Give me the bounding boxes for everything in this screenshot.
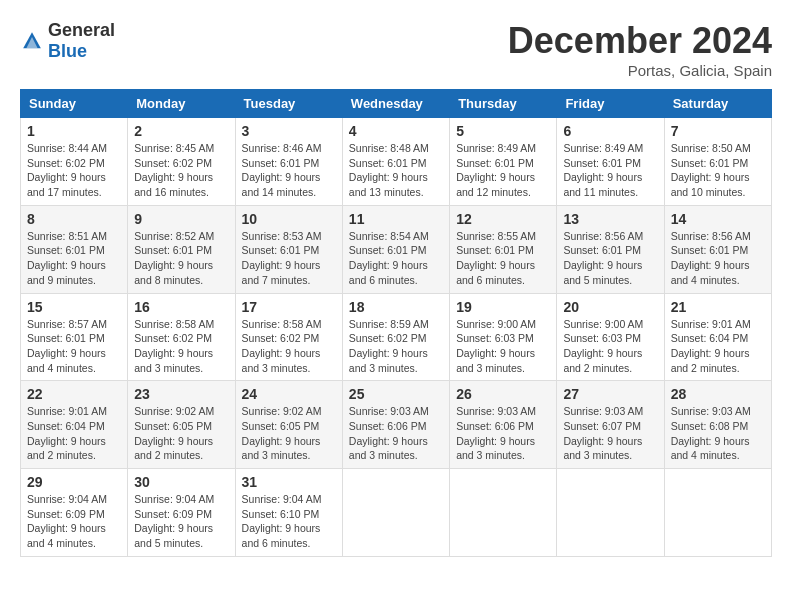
- weekday-header-monday: Monday: [128, 90, 235, 118]
- calendar-week-1: 1Sunrise: 8:44 AM Sunset: 6:02 PM Daylig…: [21, 118, 772, 206]
- day-info: Sunrise: 9:03 AM Sunset: 6:07 PM Dayligh…: [563, 404, 657, 463]
- day-info: Sunrise: 8:58 AM Sunset: 6:02 PM Dayligh…: [134, 317, 228, 376]
- day-info: Sunrise: 8:52 AM Sunset: 6:01 PM Dayligh…: [134, 229, 228, 288]
- day-number: 18: [349, 299, 443, 315]
- day-info: Sunrise: 8:57 AM Sunset: 6:01 PM Dayligh…: [27, 317, 121, 376]
- day-number: 17: [242, 299, 336, 315]
- day-info: Sunrise: 9:03 AM Sunset: 6:06 PM Dayligh…: [349, 404, 443, 463]
- calendar-body: 1Sunrise: 8:44 AM Sunset: 6:02 PM Daylig…: [21, 118, 772, 557]
- logo: General Blue: [20, 20, 115, 62]
- calendar-cell: [450, 469, 557, 557]
- day-info: Sunrise: 8:45 AM Sunset: 6:02 PM Dayligh…: [134, 141, 228, 200]
- day-info: Sunrise: 8:58 AM Sunset: 6:02 PM Dayligh…: [242, 317, 336, 376]
- month-title: December 2024: [508, 20, 772, 62]
- day-number: 24: [242, 386, 336, 402]
- day-info: Sunrise: 9:00 AM Sunset: 6:03 PM Dayligh…: [456, 317, 550, 376]
- calendar-cell: 23Sunrise: 9:02 AM Sunset: 6:05 PM Dayli…: [128, 381, 235, 469]
- calendar-cell: 2Sunrise: 8:45 AM Sunset: 6:02 PM Daylig…: [128, 118, 235, 206]
- day-info: Sunrise: 9:04 AM Sunset: 6:09 PM Dayligh…: [27, 492, 121, 551]
- day-info: Sunrise: 9:02 AM Sunset: 6:05 PM Dayligh…: [134, 404, 228, 463]
- day-info: Sunrise: 9:01 AM Sunset: 6:04 PM Dayligh…: [27, 404, 121, 463]
- day-number: 25: [349, 386, 443, 402]
- day-info: Sunrise: 9:02 AM Sunset: 6:05 PM Dayligh…: [242, 404, 336, 463]
- title-block: December 2024 Portas, Galicia, Spain: [508, 20, 772, 79]
- calendar-cell: 9Sunrise: 8:52 AM Sunset: 6:01 PM Daylig…: [128, 205, 235, 293]
- weekday-header-tuesday: Tuesday: [235, 90, 342, 118]
- calendar-cell: 29Sunrise: 9:04 AM Sunset: 6:09 PM Dayli…: [21, 469, 128, 557]
- day-info: Sunrise: 8:44 AM Sunset: 6:02 PM Dayligh…: [27, 141, 121, 200]
- calendar-cell: 25Sunrise: 9:03 AM Sunset: 6:06 PM Dayli…: [342, 381, 449, 469]
- day-info: Sunrise: 8:54 AM Sunset: 6:01 PM Dayligh…: [349, 229, 443, 288]
- calendar-cell: [664, 469, 771, 557]
- day-number: 28: [671, 386, 765, 402]
- calendar-cell: 26Sunrise: 9:03 AM Sunset: 6:06 PM Dayli…: [450, 381, 557, 469]
- calendar-week-5: 29Sunrise: 9:04 AM Sunset: 6:09 PM Dayli…: [21, 469, 772, 557]
- day-number: 21: [671, 299, 765, 315]
- day-info: Sunrise: 9:03 AM Sunset: 6:08 PM Dayligh…: [671, 404, 765, 463]
- calendar-cell: 7Sunrise: 8:50 AM Sunset: 6:01 PM Daylig…: [664, 118, 771, 206]
- day-number: 13: [563, 211, 657, 227]
- calendar-cell: 30Sunrise: 9:04 AM Sunset: 6:09 PM Dayli…: [128, 469, 235, 557]
- day-info: Sunrise: 9:01 AM Sunset: 6:04 PM Dayligh…: [671, 317, 765, 376]
- day-number: 1: [27, 123, 121, 139]
- day-info: Sunrise: 8:59 AM Sunset: 6:02 PM Dayligh…: [349, 317, 443, 376]
- day-info: Sunrise: 8:55 AM Sunset: 6:01 PM Dayligh…: [456, 229, 550, 288]
- calendar-cell: 11Sunrise: 8:54 AM Sunset: 6:01 PM Dayli…: [342, 205, 449, 293]
- day-number: 23: [134, 386, 228, 402]
- day-info: Sunrise: 9:03 AM Sunset: 6:06 PM Dayligh…: [456, 404, 550, 463]
- calendar-cell: [342, 469, 449, 557]
- day-info: Sunrise: 8:46 AM Sunset: 6:01 PM Dayligh…: [242, 141, 336, 200]
- calendar-table: SundayMondayTuesdayWednesdayThursdayFrid…: [20, 89, 772, 557]
- calendar-cell: 20Sunrise: 9:00 AM Sunset: 6:03 PM Dayli…: [557, 293, 664, 381]
- weekday-header-wednesday: Wednesday: [342, 90, 449, 118]
- logo-blue: Blue: [48, 41, 87, 61]
- calendar-cell: 1Sunrise: 8:44 AM Sunset: 6:02 PM Daylig…: [21, 118, 128, 206]
- day-number: 19: [456, 299, 550, 315]
- calendar-cell: 12Sunrise: 8:55 AM Sunset: 6:01 PM Dayli…: [450, 205, 557, 293]
- calendar-cell: 16Sunrise: 8:58 AM Sunset: 6:02 PM Dayli…: [128, 293, 235, 381]
- day-number: 8: [27, 211, 121, 227]
- day-info: Sunrise: 9:04 AM Sunset: 6:10 PM Dayligh…: [242, 492, 336, 551]
- calendar-cell: 6Sunrise: 8:49 AM Sunset: 6:01 PM Daylig…: [557, 118, 664, 206]
- day-info: Sunrise: 8:48 AM Sunset: 6:01 PM Dayligh…: [349, 141, 443, 200]
- weekday-header-saturday: Saturday: [664, 90, 771, 118]
- day-number: 3: [242, 123, 336, 139]
- day-info: Sunrise: 8:49 AM Sunset: 6:01 PM Dayligh…: [456, 141, 550, 200]
- calendar-cell: 21Sunrise: 9:01 AM Sunset: 6:04 PM Dayli…: [664, 293, 771, 381]
- day-info: Sunrise: 8:50 AM Sunset: 6:01 PM Dayligh…: [671, 141, 765, 200]
- calendar-cell: 27Sunrise: 9:03 AM Sunset: 6:07 PM Dayli…: [557, 381, 664, 469]
- calendar-cell: 15Sunrise: 8:57 AM Sunset: 6:01 PM Dayli…: [21, 293, 128, 381]
- day-info: Sunrise: 8:53 AM Sunset: 6:01 PM Dayligh…: [242, 229, 336, 288]
- day-number: 6: [563, 123, 657, 139]
- logo-icon: [20, 29, 44, 53]
- calendar-cell: 4Sunrise: 8:48 AM Sunset: 6:01 PM Daylig…: [342, 118, 449, 206]
- day-number: 15: [27, 299, 121, 315]
- calendar-cell: 31Sunrise: 9:04 AM Sunset: 6:10 PM Dayli…: [235, 469, 342, 557]
- calendar-cell: 14Sunrise: 8:56 AM Sunset: 6:01 PM Dayli…: [664, 205, 771, 293]
- day-info: Sunrise: 8:56 AM Sunset: 6:01 PM Dayligh…: [563, 229, 657, 288]
- day-info: Sunrise: 8:49 AM Sunset: 6:01 PM Dayligh…: [563, 141, 657, 200]
- weekday-header-friday: Friday: [557, 90, 664, 118]
- day-info: Sunrise: 8:51 AM Sunset: 6:01 PM Dayligh…: [27, 229, 121, 288]
- day-number: 14: [671, 211, 765, 227]
- page-header: General Blue December 2024 Portas, Galic…: [20, 20, 772, 79]
- calendar-week-3: 15Sunrise: 8:57 AM Sunset: 6:01 PM Dayli…: [21, 293, 772, 381]
- day-number: 7: [671, 123, 765, 139]
- day-number: 20: [563, 299, 657, 315]
- day-number: 22: [27, 386, 121, 402]
- location: Portas, Galicia, Spain: [508, 62, 772, 79]
- day-number: 9: [134, 211, 228, 227]
- calendar-cell: 17Sunrise: 8:58 AM Sunset: 6:02 PM Dayli…: [235, 293, 342, 381]
- day-number: 10: [242, 211, 336, 227]
- day-info: Sunrise: 8:56 AM Sunset: 6:01 PM Dayligh…: [671, 229, 765, 288]
- day-number: 27: [563, 386, 657, 402]
- day-number: 4: [349, 123, 443, 139]
- calendar-cell: [557, 469, 664, 557]
- calendar-week-4: 22Sunrise: 9:01 AM Sunset: 6:04 PM Dayli…: [21, 381, 772, 469]
- day-number: 16: [134, 299, 228, 315]
- calendar-week-2: 8Sunrise: 8:51 AM Sunset: 6:01 PM Daylig…: [21, 205, 772, 293]
- calendar-cell: 22Sunrise: 9:01 AM Sunset: 6:04 PM Dayli…: [21, 381, 128, 469]
- weekday-header-thursday: Thursday: [450, 90, 557, 118]
- day-number: 2: [134, 123, 228, 139]
- weekday-header-sunday: Sunday: [21, 90, 128, 118]
